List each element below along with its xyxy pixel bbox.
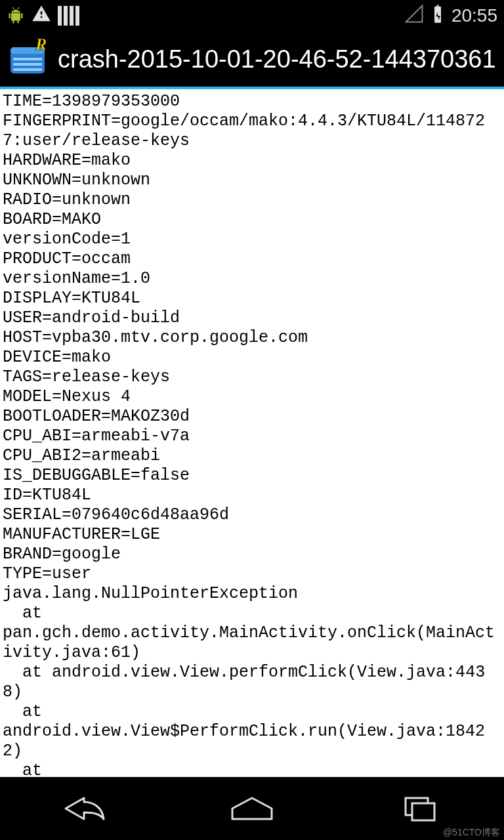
battery-charging-icon bbox=[428, 4, 448, 28]
warning-icon bbox=[32, 4, 51, 28]
svg-line-3 bbox=[18, 7, 19, 9]
signal-icon bbox=[404, 4, 424, 28]
svg-rect-8 bbox=[17, 20, 18, 24]
navigation-bar: @51CTO博客 bbox=[0, 777, 504, 840]
svg-rect-5 bbox=[9, 13, 10, 18]
notification-icon bbox=[58, 6, 79, 26]
svg-text:R: R bbox=[35, 38, 47, 54]
svg-rect-11 bbox=[13, 58, 42, 60]
android-debug-icon bbox=[7, 5, 25, 26]
svg-rect-16 bbox=[412, 803, 434, 820]
recent-apps-button[interactable] bbox=[390, 792, 450, 825]
watermark-text: @51CTO博客 bbox=[443, 827, 500, 839]
home-button[interactable] bbox=[222, 792, 282, 825]
status-bar: 20:55 bbox=[0, 0, 504, 32]
status-clock: 20:55 bbox=[452, 5, 497, 26]
page-title: crash-2015-10-01-20-46-52-144370361. bbox=[58, 45, 497, 74]
svg-point-1 bbox=[18, 10, 19, 12]
svg-rect-12 bbox=[13, 63, 42, 66]
svg-point-0 bbox=[13, 10, 14, 12]
crash-log-text[interactable]: TIME=1398979353000 FINGERPRINT=google/oc… bbox=[0, 89, 504, 777]
root-explorer-icon: R bbox=[7, 38, 49, 80]
svg-rect-13 bbox=[13, 68, 42, 71]
svg-rect-6 bbox=[21, 13, 22, 18]
status-bar-left bbox=[7, 4, 79, 28]
svg-rect-4 bbox=[11, 13, 20, 21]
back-button[interactable] bbox=[54, 792, 114, 825]
svg-rect-7 bbox=[12, 20, 14, 24]
status-bar-right: 20:55 bbox=[404, 4, 497, 28]
svg-line-2 bbox=[12, 7, 14, 9]
app-title-bar: R crash-2015-10-01-20-46-52-144370361. bbox=[0, 32, 504, 89]
